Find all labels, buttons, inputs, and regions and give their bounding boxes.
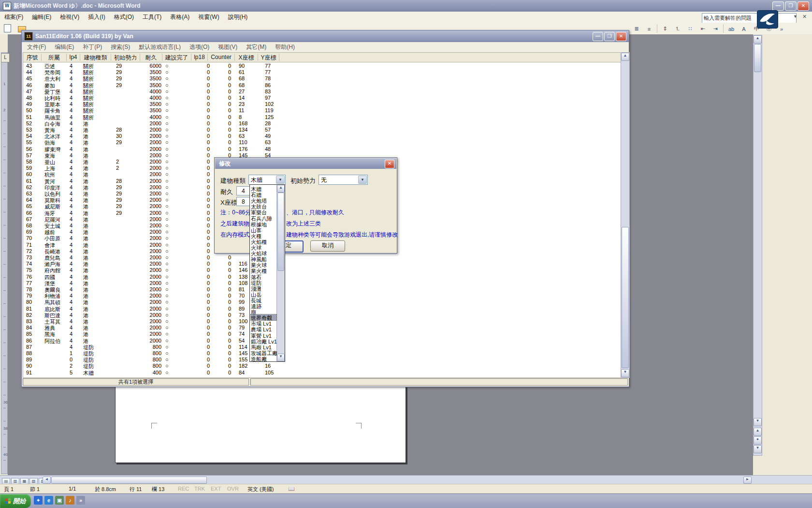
table-row[interactable]: 83土耳其4港2000○00100 (23, 318, 620, 325)
column-header-4[interactable]: 建物種類 (80, 54, 111, 61)
word-menu-編[interactable]: 編輯(E) (28, 12, 56, 23)
chevron-down-icon[interactable]: ▼ (276, 176, 285, 184)
word-menu-說[interactable]: 說明(H) (224, 12, 252, 23)
column-header-11[interactable]: Y座標 (258, 54, 279, 61)
droplist-item[interactable]: 攻城器工廠 (251, 350, 276, 356)
table-row[interactable]: 54北冰洋4港302000○006349 (23, 133, 620, 140)
table-row[interactable]: 73鹿兒島4港2000○00 (23, 254, 620, 261)
next-page-icon[interactable]: ▼ (754, 445, 762, 453)
scroll-down-icon[interactable]: ▼ (621, 369, 629, 377)
editor-menu-帮[interactable]: 帮助(H) (271, 42, 299, 52)
word-menu-工[interactable]: 工具(T) (138, 12, 166, 23)
scroll-down-icon[interactable]: ▼ (754, 418, 762, 426)
droplist-item[interactable]: 太鼓台 (251, 203, 276, 209)
droplist-item[interactable]: 業火球 (251, 262, 276, 268)
scroll-left-icon[interactable]: ◄ (43, 477, 51, 484)
table-row[interactable]: 56膠東灣4港2000○0017648 (23, 146, 620, 153)
font-color-icon[interactable]: A (738, 24, 750, 34)
droplist-item[interactable]: 火焰種 (251, 239, 276, 244)
droplist-item[interactable]: 淺灘 (251, 285, 276, 291)
droplist-item[interactable]: 石兵八陣 (251, 215, 276, 221)
column-header-7[interactable]: 建設完了 (162, 54, 191, 61)
droplist-scrollbar[interactable]: ▲ ▼ (276, 185, 285, 361)
editor-menu-补[interactable]: 补丁(P) (78, 42, 106, 52)
table-row[interactable]: 85黑海4港2000○0074 (23, 331, 620, 338)
initial-power-combobox[interactable]: 无 ▼ (319, 175, 368, 185)
table-row[interactable]: 77漢堡4港2000○00108 (23, 280, 620, 287)
align-justify-icon[interactable]: ≣ (631, 24, 642, 34)
quicklaunch-ie-icon[interactable]: e (44, 496, 53, 505)
bullet-list-icon[interactable]: ∷ (684, 24, 696, 34)
word-menu-檔[interactable]: 檔案(F) (0, 12, 28, 23)
table-row[interactable]: 890堤防800○00155 (23, 357, 620, 363)
word-vertical-scrollbar[interactable]: ▲ ▼ ▲ ● ▼ (753, 35, 762, 456)
hscrollbar-thumb[interactable] (51, 477, 207, 484)
word-menu-格[interactable]: 格式(O) (110, 12, 138, 23)
droplist-item[interactable]: 石牆 (251, 192, 276, 197)
editor-menu-文[interactable]: 文件(F) (23, 42, 50, 52)
table-row[interactable]: 82斯巴達4港2000○0073 (23, 312, 620, 319)
droplist-item[interactable]: 廟 (251, 309, 276, 314)
column-header-6[interactable]: 耐久 (140, 54, 162, 61)
table-row[interactable]: 48比利時4關所4000○001497 (23, 95, 620, 102)
table-row[interactable]: 76四國4港2000○00138 (23, 274, 620, 281)
quicklaunch-desktop-icon[interactable]: ▣ (55, 496, 64, 505)
editor-menu-视[interactable]: 视图(V) (214, 42, 242, 52)
scrollbar-thumb[interactable] (622, 227, 629, 368)
table-row[interactable]: 51馬德里4關所4000○008125 (23, 114, 620, 121)
table-row[interactable]: 53黃海4港282000○0013457 (23, 127, 620, 134)
numbered-list-icon[interactable]: ⒈ (672, 24, 683, 34)
new-document-icon[interactable] (1, 23, 13, 33)
decrease-indent-icon[interactable]: ⇤ (697, 24, 709, 34)
droplist-item[interactable]: 農場 Lv1 (251, 326, 276, 332)
droplist-item[interactable]: 長城 (251, 297, 276, 303)
table-row[interactable]: 915木牆400○0084105 (23, 370, 620, 376)
previous-page-icon[interactable]: ▲ (754, 428, 762, 436)
droplist-item[interactable]: 火種 (251, 233, 276, 239)
droplist-item[interactable]: 火焰球 (251, 250, 276, 256)
column-header-10[interactable]: X座標 (235, 54, 258, 61)
column-header-2[interactable]: 所屬 (42, 54, 67, 61)
scroll-up-icon[interactable]: ▲ (754, 35, 762, 44)
cancel-button[interactable]: 取消 (310, 240, 345, 252)
table-row[interactable]: 46麥加4關所293500○006886 (23, 82, 620, 89)
word-menu-插[interactable]: 插入(I) (84, 12, 109, 23)
droplist-item[interactable]: 火炮塔 (251, 197, 276, 203)
droplist-item[interactable]: 世界奇觀 (251, 314, 276, 320)
droplist-item[interactable]: 馬廏 Lv1 (251, 344, 276, 350)
droplist-item[interactable]: 神風船 (251, 256, 276, 262)
start-button[interactable]: 開始 (0, 494, 31, 508)
table-row[interactable]: 74瀨戶海4港2000○00116 (23, 261, 620, 268)
droplist-item[interactable]: 落石 (251, 274, 276, 280)
droplist-item[interactable]: 山岳 (251, 291, 276, 297)
table-row[interactable]: 75府內館4港2000○00146 (23, 267, 620, 274)
droplist-item[interactable]: 根據地 (251, 221, 276, 227)
droplist-item[interactable]: 造船廠 (251, 356, 276, 361)
table-row[interactable]: 47愛丁堡4關所4000○002783 (23, 89, 620, 95)
column-header-8[interactable]: lp18 (191, 54, 208, 61)
table-row[interactable]: 902堤防800○0018216 (23, 363, 620, 370)
word-menu-檢[interactable]: 檢視(V) (56, 12, 84, 23)
editor-maximize-button[interactable]: ❐ (604, 32, 615, 41)
droplist-item[interactable]: 業火種 (251, 268, 276, 273)
highlight-icon[interactable]: ab (725, 24, 737, 34)
droplist-item[interactable]: 堤防 (251, 280, 276, 285)
table-row[interactable]: 55勃海4港292000○0011063 (23, 139, 620, 146)
scroll-down-icon[interactable]: ▼ (277, 354, 285, 361)
table-row[interactable]: 874堤防800○00114 (23, 344, 620, 351)
table-row[interactable]: 86阿拉伯4港2000○0054 (23, 338, 620, 344)
increase-indent-icon[interactable]: ⇥ (710, 24, 721, 34)
table-row[interactable]: 45意大利4關所293500○006878 (23, 75, 620, 82)
editor-menu-编[interactable]: 编辑(E) (50, 42, 78, 52)
word-restore-button[interactable]: ❐ (785, 1, 797, 11)
editor-close-button[interactable]: ✕ (616, 32, 626, 41)
scrollbar-thumb[interactable] (754, 44, 761, 72)
word-menu-視[interactable]: 視窗(W) (194, 12, 223, 23)
editor-menu-选[interactable]: 选项(O) (185, 42, 214, 52)
table-row[interactable]: 50羅卡角4關所3500○0011119 (23, 107, 620, 114)
droplist-item[interactable]: 軍樂台 (251, 209, 276, 215)
browse-object-icon[interactable]: ● (754, 436, 762, 445)
table-row[interactable]: 49里斯本4關所3500○0023102 (23, 101, 620, 108)
table-row[interactable]: 881堤防800○00145 (23, 350, 620, 357)
droplist-item[interactable]: 軍營 Lv1 (251, 332, 276, 338)
